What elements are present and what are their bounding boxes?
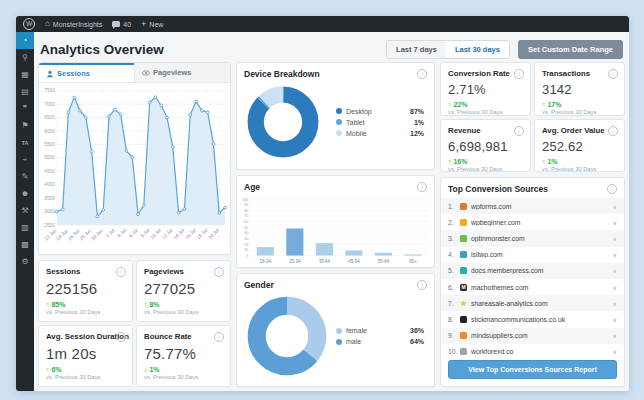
chevron-down-icon[interactable]: ∨: [613, 284, 617, 291]
pages-icon: ▤: [21, 87, 29, 96]
chevron-down-icon[interactable]: ∨: [613, 348, 617, 355]
info-icon[interactable]: i: [417, 280, 427, 290]
stat-value: 3142: [542, 82, 617, 97]
last-30-days-button[interactable]: Last 30 days: [446, 41, 509, 58]
source-row-isitwp-com[interactable]: 4.isitwp.com∨: [441, 247, 624, 263]
page-title: Analytics Overview: [40, 42, 164, 57]
sidebar-item-posts[interactable]: ⚲: [16, 49, 34, 66]
chevron-down-icon[interactable]: ∨: [613, 251, 617, 258]
appearance-icon: ✎: [22, 172, 29, 181]
svg-text:25-34: 25-34: [289, 259, 301, 264]
info-icon[interactable]: i: [214, 332, 224, 342]
sidebar-item-appearance[interactable]: ✎: [16, 168, 34, 185]
info-icon[interactable]: i: [214, 267, 224, 277]
chevron-down-icon[interactable]: ∨: [613, 332, 617, 339]
source-row-stickmancommunications-co-uk[interactable]: 8.stickmancommunications.co.uk∨: [441, 311, 624, 327]
site-favicon: [460, 348, 467, 355]
source-domain: isitwp.com: [471, 251, 609, 258]
chevron-down-icon[interactable]: ∨: [613, 267, 617, 274]
stat-delta: ↑ 17%: [542, 101, 617, 108]
chevron-down-icon[interactable]: ∨: [613, 219, 617, 226]
sidebar-item-comments[interactable]: ❞: [16, 100, 34, 117]
source-row-wpbeginner-com[interactable]: 2.wpbeginner.com∨: [441, 214, 624, 230]
legend-dot: [336, 130, 342, 136]
info-icon[interactable]: i: [608, 69, 618, 79]
sidebar-item-settings[interactable]: ▥: [16, 219, 34, 236]
sidebar-item-ta[interactable]: TA: [16, 134, 34, 151]
sources-list: 1.wpforms.com∨2.wpbeginner.com∨3.optinmo…: [441, 196, 624, 356]
wordpress-logo-icon[interactable]: W: [23, 18, 35, 30]
stat-card-pageviews: Pageviewsi277025↑ 8%vs. Previous 30 Days: [136, 260, 231, 322]
sidebar-item-media[interactable]: ▦: [16, 66, 34, 83]
sidebar-item-plugins[interactable]: ⌁: [16, 151, 34, 168]
source-domain: stickmancommunications.co.uk: [471, 316, 609, 323]
chevron-down-icon[interactable]: ∨: [613, 235, 617, 242]
tab-sessions-label: Sessions: [57, 69, 90, 78]
sidebar-item-insights[interactable]: ▩: [16, 236, 34, 253]
view-sources-report-button[interactable]: View Top Conversions Sources Report: [448, 360, 617, 379]
sidebar-item-collapse[interactable]: ⚙: [16, 253, 34, 270]
chevron-down-icon[interactable]: ∨: [613, 316, 617, 323]
svg-text:90: 90: [244, 203, 248, 207]
source-row-shareasale-analytics-com[interactable]: 7.★shareasale-analytics.com∨: [441, 295, 624, 311]
stat-delta: ↓ 1%: [144, 366, 223, 373]
source-domain: mindsuppliers.com: [471, 332, 609, 339]
source-domain: optinmonster.com: [471, 235, 609, 242]
info-icon[interactable]: i: [607, 184, 617, 194]
source-row-wpforms-com[interactable]: 1.wpforms.com∨: [441, 198, 624, 214]
last-7-days-button[interactable]: Last 7 days: [387, 41, 446, 58]
set-custom-date-range-button[interactable]: Set Custom Date Range: [518, 40, 623, 59]
source-row-mindsuppliers-com[interactable]: 9.mindsuppliers.com∨: [441, 328, 624, 344]
stat-delta-pct: 1%: [149, 366, 159, 373]
comments-menu[interactable]: 40: [112, 21, 131, 28]
wp-admin-bar: W ⌂ MonsterInsights 40 + New: [16, 16, 629, 32]
sidebar-item-users[interactable]: ☻: [16, 185, 34, 202]
stat-delta: ↑ 1%: [542, 158, 617, 165]
site-name-menu[interactable]: ⌂ MonsterInsights: [45, 20, 102, 28]
chevron-down-icon[interactable]: ∨: [613, 300, 617, 307]
info-icon[interactable]: i: [116, 267, 126, 277]
stat-label: Bounce Rate: [144, 332, 223, 341]
middle-column: Device Breakdown i Desktop87%Tablet1%Mob…: [236, 62, 435, 387]
info-icon[interactable]: i: [116, 332, 126, 342]
tab-sessions[interactable]: Sessions: [39, 63, 134, 82]
stat-comparison-note: vs. Previous 30 Days: [144, 309, 223, 315]
source-row-workforexd-co[interactable]: 10.workforexd.co∨: [441, 344, 624, 356]
legend-item-desktop: Desktop87%: [336, 108, 424, 115]
legend-item-male: male64%: [336, 338, 424, 345]
info-icon[interactable]: i: [417, 69, 427, 79]
source-row-machothemes-com[interactable]: 6.Mmachothemes.com∨: [441, 279, 624, 295]
info-icon[interactable]: i: [514, 126, 524, 136]
svg-text:35-44: 35-44: [319, 259, 331, 264]
sidebar-item-pages[interactable]: ▤: [16, 83, 34, 100]
svg-text:4500: 4500: [44, 169, 55, 174]
svg-text:65+: 65+: [409, 259, 417, 264]
date-range-controls: Last 7 days Last 30 days Set Custom Date…: [386, 40, 623, 59]
new-content-menu[interactable]: + New: [141, 20, 163, 28]
device-legend: Desktop87%Tablet1%Mobile12%: [336, 108, 424, 137]
sidebar-item-tools[interactable]: ⚒: [16, 202, 34, 219]
stat-delta-pct: 85%: [51, 301, 65, 308]
source-row-docs-memberpress-com[interactable]: 5.docs.memberpress.com∨: [441, 263, 624, 279]
stat-card-avg-order-value: Avg. Order Valuei252.62↑ 1%vs. Previous …: [534, 119, 625, 173]
gender-panel: Gender i female36%male64%: [236, 273, 435, 387]
info-icon[interactable]: i: [514, 69, 524, 79]
svg-text:10 Jul: 10 Jul: [149, 228, 162, 240]
svg-text:60: 60: [244, 220, 248, 224]
chevron-down-icon[interactable]: ∨: [613, 203, 617, 210]
age-panel: Age i 010203040506070809010018-2425-3435…: [236, 175, 435, 268]
svg-text:18 Jul: 18 Jul: [196, 228, 209, 240]
users-icon: ☻: [21, 189, 29, 198]
tab-pageviews[interactable]: Pageviews: [134, 63, 230, 82]
stat-card-sessions: Sessionsi225156↑ 85%vs. Previous 30 Days: [38, 260, 133, 322]
dashboard-icon: ◔: [23, 36, 28, 45]
legend-dot: [336, 119, 342, 125]
sidebar-item-dashboard[interactable]: ◔: [16, 32, 34, 49]
info-icon[interactable]: i: [417, 182, 427, 192]
wordpress-admin-window: W ⌂ MonsterInsights 40 + New ◔⚲▦▤❞⚑TA⌁✎☻…: [16, 16, 629, 391]
source-domain: shareasale-analytics.com: [471, 300, 609, 307]
sidebar-item-feedback[interactable]: ⚑: [16, 117, 34, 134]
source-rank: 5.: [448, 267, 460, 274]
info-icon[interactable]: i: [608, 126, 618, 136]
source-row-optinmonster-com[interactable]: 3.optinmonster.com∨: [441, 230, 624, 246]
